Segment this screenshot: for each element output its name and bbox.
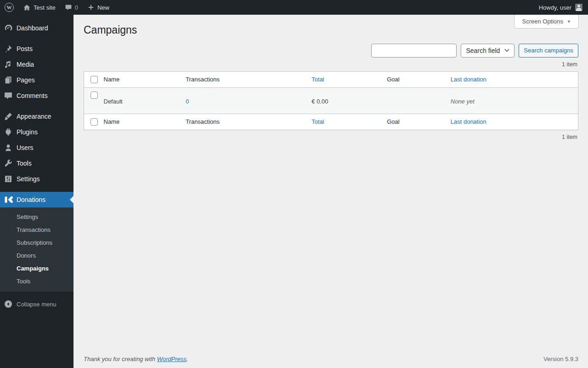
- howdy-user-menu[interactable]: Howdy, user: [539, 4, 571, 11]
- thanks-prefix: Thank you for creating with: [84, 356, 157, 362]
- column-footer-last-donation-sort[interactable]: Last donation: [451, 118, 486, 125]
- tablenav-top: 1 item: [84, 58, 578, 71]
- site-name-menu[interactable]: Test site: [18, 0, 60, 15]
- main-content: Screen Options ▼ Campaigns Search field …: [74, 15, 588, 368]
- sliders-icon: [4, 174, 13, 184]
- sidebar-item-media[interactable]: Media: [0, 57, 74, 72]
- chevron-down-icon: [504, 49, 509, 52]
- select-all-checkbox-bottom[interactable]: [90, 118, 98, 126]
- admin-bar: W Test site 0 New Howdy, user: [0, 0, 588, 15]
- sidebar-item-label: Donations: [17, 196, 45, 203]
- column-footer-name: Name: [99, 114, 181, 130]
- sidebar-item-label: Comments: [17, 92, 48, 99]
- submenu-item-campaigns[interactable]: Campaigns: [0, 262, 74, 275]
- caret-down-icon: ▼: [567, 19, 571, 24]
- item-count-bottom: 1 item: [562, 134, 577, 140]
- column-header-total-sort[interactable]: Total: [311, 76, 324, 83]
- search-input[interactable]: [371, 44, 457, 58]
- collapse-menu-button[interactable]: Collapse menu: [0, 296, 74, 312]
- cell-goal: [382, 87, 446, 114]
- sidebar-item-appearance[interactable]: Appearance: [0, 109, 74, 124]
- search-field-selected: Search field: [466, 47, 500, 54]
- sidebar-item-dashboard[interactable]: Dashboard: [0, 20, 74, 36]
- site-name-label: Test site: [34, 4, 56, 11]
- pin-icon: [4, 44, 13, 53]
- pages-icon: [4, 75, 13, 85]
- kudos-logo-icon: [4, 195, 13, 204]
- sidebar-item-label: Pages: [17, 76, 35, 84]
- column-header-transactions: Transactions: [181, 71, 307, 87]
- comments-menu[interactable]: 0: [60, 0, 83, 15]
- sidebar-item-settings[interactable]: Settings: [0, 171, 74, 187]
- submenu-item-donors[interactable]: Donors: [0, 249, 74, 262]
- screen-options-label: Screen Options: [522, 18, 563, 25]
- user-icon: [4, 143, 13, 152]
- column-footer-goal: Goal: [382, 114, 446, 130]
- cell-transactions-link[interactable]: 0: [186, 98, 189, 105]
- submenu-item-settings[interactable]: Settings: [0, 211, 74, 224]
- table-header-row: Name Transactions Total Goal Last donati…: [84, 71, 578, 87]
- sidebar-item-plugins[interactable]: Plugins: [0, 124, 74, 140]
- sidebar-item-label: Settings: [17, 175, 40, 183]
- footer-thanks-text: Thank you for creating with WordPress.: [84, 356, 188, 362]
- page-title: Campaigns: [84, 19, 578, 39]
- donations-submenu: Settings Transactions Subscriptions Dono…: [0, 207, 74, 292]
- sidebar-item-label: Tools: [17, 160, 32, 167]
- sidebar-item-label: Dashboard: [17, 24, 48, 32]
- sidebar-item-label: Plugins: [17, 128, 38, 136]
- table-footer-row: Name Transactions Total Goal Last donati…: [84, 114, 578, 130]
- wordpress-logo-icon: W: [5, 3, 14, 12]
- sidebar-item-tools[interactable]: Tools: [0, 155, 74, 171]
- search-controls: Search field Search campaigns: [84, 44, 578, 58]
- column-footer-total-sort[interactable]: Total: [311, 118, 324, 125]
- cell-last-donation: None yet: [446, 87, 578, 114]
- submenu-item-subscriptions[interactable]: Subscriptions: [0, 236, 74, 249]
- plus-icon: [87, 4, 95, 11]
- row-checkbox[interactable]: [90, 92, 98, 99]
- admin-footer: Thank you for creating with WordPress. V…: [84, 356, 578, 362]
- column-footer-transactions: Transactions: [181, 114, 307, 130]
- table-row: Default 0 € 0.00 None yet: [84, 87, 578, 114]
- submenu-item-transactions[interactable]: Transactions: [0, 224, 74, 236]
- submenu-item-tools[interactable]: Tools: [0, 275, 74, 288]
- collapse-arrow-icon: [4, 299, 13, 309]
- sidebar-item-label: Media: [17, 61, 34, 68]
- column-header-name: Name: [99, 71, 181, 87]
- column-header-last-donation-sort[interactable]: Last donation: [451, 76, 486, 83]
- search-campaigns-button[interactable]: Search campaigns: [519, 44, 578, 58]
- sidebar-item-pages[interactable]: Pages: [0, 72, 74, 88]
- sidebar-item-label: Appearance: [17, 113, 51, 120]
- item-count-top: 1 item: [562, 61, 577, 68]
- campaigns-table: Name Transactions Total Goal Last donati…: [84, 71, 578, 130]
- thanks-suffix: .: [187, 356, 188, 362]
- wp-logo-menu[interactable]: W: [0, 0, 18, 15]
- comments-count: 0: [75, 4, 78, 11]
- select-all-checkbox-top[interactable]: [90, 76, 98, 83]
- column-header-goal: Goal: [382, 71, 446, 87]
- version-text: Version 5.9.3: [543, 356, 578, 362]
- wordpress-link[interactable]: WordPress: [157, 356, 187, 362]
- collapse-menu-label: Collapse menu: [17, 301, 57, 308]
- admin-sidebar: Dashboard Posts Media Pages Comments App…: [0, 15, 74, 368]
- dashboard-icon: [4, 23, 13, 33]
- user-avatar[interactable]: [575, 4, 582, 11]
- plugin-icon: [4, 127, 13, 137]
- new-content-menu[interactable]: New: [83, 0, 114, 15]
- sidebar-item-users[interactable]: Users: [0, 140, 74, 155]
- cell-total: € 0.00: [307, 87, 382, 114]
- wrench-icon: [4, 159, 13, 168]
- cell-name: Default: [99, 87, 181, 114]
- home-icon: [23, 4, 31, 12]
- comment-bubble-icon: [65, 4, 72, 11]
- sidebar-item-label: Users: [17, 144, 34, 151]
- sidebar-item-label: Posts: [17, 45, 33, 52]
- comment-icon: [4, 91, 13, 100]
- sidebar-item-donations[interactable]: Donations: [0, 192, 74, 207]
- new-label: New: [97, 4, 109, 11]
- sidebar-item-posts[interactable]: Posts: [0, 41, 74, 57]
- search-field-select[interactable]: Search field: [461, 44, 514, 58]
- sidebar-item-comments[interactable]: Comments: [0, 88, 74, 104]
- screen-options-button[interactable]: Screen Options ▼: [514, 15, 579, 29]
- media-icon: [4, 60, 13, 69]
- brush-icon: [4, 112, 13, 121]
